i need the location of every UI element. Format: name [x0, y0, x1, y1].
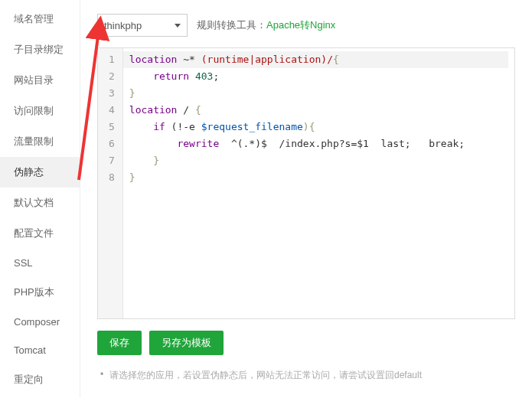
sidebar-item-trafficlimit[interactable]: 流量限制 [0, 126, 80, 157]
apache-to-nginx-link[interactable]: Apache转Nginx [266, 19, 335, 31]
sidebar-item-defaultdoc[interactable]: 默认文档 [0, 188, 80, 218]
template-select[interactable]: thinkphp [97, 14, 188, 37]
hint-list: 请选择您的应用，若设置伪静态后，网站无法正常访问，请尝试设置回default [97, 369, 515, 382]
sidebar-item-subdir[interactable]: 子目录绑定 [0, 34, 80, 65]
tool-label: 规则转换工具：Apache转Nginx [197, 18, 335, 32]
sidebar-item-config[interactable]: 配置文件 [0, 218, 80, 249]
button-row: 保存 另存为模板 [97, 331, 515, 355]
toolbar: thinkphp 规则转换工具：Apache转Nginx [97, 14, 515, 37]
sidebar-item-accesslimit[interactable]: 访问限制 [0, 96, 80, 126]
sidebar: 域名管理 子目录绑定 网站目录 访问限制 流量限制 伪静态 默认文档 配置文件 … [0, 0, 80, 398]
save-as-template-button[interactable]: 另存为模板 [149, 331, 224, 355]
save-button[interactable]: 保存 [97, 331, 142, 355]
sidebar-item-composer[interactable]: Composer [0, 308, 80, 336]
sidebar-item-domain[interactable]: 域名管理 [0, 4, 80, 34]
template-select-value: thinkphp [104, 20, 142, 31]
sidebar-item-ssl[interactable]: SSL [0, 249, 80, 277]
sidebar-item-phpversion[interactable]: PHP版本 [0, 277, 80, 308]
sidebar-item-rewrite[interactable]: 伪静态 [0, 157, 80, 188]
sidebar-item-redirect[interactable]: 重定向 [0, 364, 80, 395]
code-editor[interactable]: 12345678 location ~* (runtime|applicatio… [97, 47, 515, 319]
chevron-down-icon [175, 24, 181, 28]
hint-item: 请选择您的应用，若设置伪静态后，网站无法正常访问，请尝试设置回default [100, 369, 515, 382]
code-content[interactable]: location ~* (runtime|application)/{ retu… [123, 48, 514, 318]
sidebar-item-tomcat[interactable]: Tomcat [0, 336, 80, 364]
line-gutter: 12345678 [98, 48, 123, 318]
sidebar-item-sitedir[interactable]: 网站目录 [0, 65, 80, 96]
main-panel: thinkphp 规则转换工具：Apache转Nginx 12345678 lo… [80, 0, 532, 398]
